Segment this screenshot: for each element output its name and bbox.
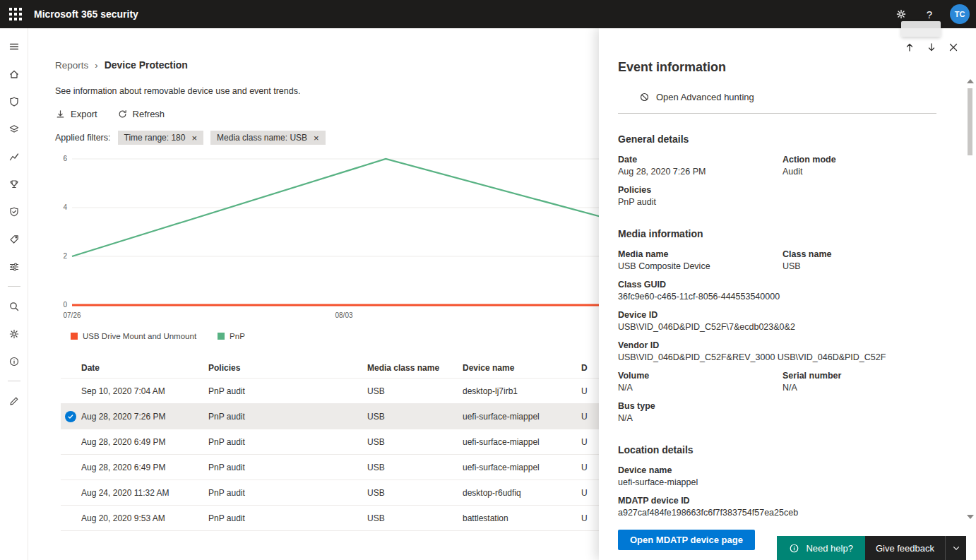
shield-icon — [8, 96, 20, 107]
rail-divider — [8, 381, 20, 381]
event-information-panel: Event information Open Advanced hunting … — [599, 28, 976, 560]
breadcrumb-reports-link[interactable]: Reports — [55, 60, 88, 71]
legend-item-usb[interactable]: USB Drive Mount and Unmount — [71, 332, 196, 340]
section-title-general: General details — [618, 133, 936, 145]
scrollbar-up-arrow[interactable] — [967, 79, 974, 83]
need-help-button[interactable]: Need help? — [777, 536, 865, 560]
selected-check-icon[interactable] — [65, 411, 76, 422]
sidebar-item-secure-score[interactable] — [0, 170, 28, 198]
sidebar-item-device-health[interactable] — [0, 198, 28, 225]
column-header-media-class[interactable]: Media class name — [367, 363, 463, 373]
waffle-menu-button[interactable] — [0, 0, 31, 28]
scrollbar-down-arrow[interactable] — [967, 515, 974, 519]
svg-text:4: 4 — [63, 203, 67, 211]
applied-filters-label: Applied filters: — [55, 133, 111, 143]
close-icon[interactable]: × — [314, 133, 319, 143]
close-icon[interactable]: × — [191, 133, 197, 143]
field-action-mode: Action mode Audit — [782, 155, 936, 177]
close-icon[interactable] — [948, 42, 959, 53]
cell-media-class: USB — [367, 437, 463, 447]
column-header-policies[interactable]: Policies — [208, 363, 367, 373]
svg-text:2: 2 — [63, 252, 67, 260]
column-header-device-name[interactable]: Device name — [463, 363, 581, 373]
refresh-label: Refresh — [133, 109, 165, 119]
panel-divider — [618, 113, 936, 114]
cell-date: Aug 28, 2020 6:49 PM — [81, 437, 208, 447]
export-button[interactable]: Export — [55, 109, 97, 119]
gear-icon — [895, 8, 907, 20]
field-class-guid: Class GUID 36fc9e60-c465-11cf-8056-44455… — [618, 280, 936, 302]
cell-policies: PnP audit — [208, 513, 367, 523]
sidebar-item-incidents[interactable] — [0, 115, 28, 143]
sidebar-item-security-operations[interactable] — [0, 88, 28, 115]
field-vendor-id: Vendor ID USB\VID_046D&PID_C52F&REV_3000… — [618, 340, 936, 362]
cell-device-name: uefi-surface-miappel — [463, 463, 581, 472]
chevron-down-icon — [951, 543, 961, 553]
cell-policies: PnP audit — [208, 437, 367, 447]
cell-policies: PnP audit — [208, 463, 367, 472]
panel-title: Event information — [618, 60, 726, 75]
page-title: Device Protection — [105, 59, 188, 71]
open-mdatp-device-page-button[interactable]: Open MDATP device page — [618, 530, 755, 550]
legend-item-pnp[interactable]: PnP — [218, 332, 245, 340]
field-mdatp-device-id: MDATP device ID a927caf484fe198663fc6f7f… — [618, 496, 936, 518]
app-top-bar: Microsoft 365 security ? TC — [0, 0, 976, 28]
sliders-icon — [8, 261, 20, 273]
cell-device-name: desktop-lj7irb1 — [463, 386, 581, 396]
legend-swatch-pnp — [218, 333, 225, 340]
section-title-media: Media information — [618, 228, 936, 239]
breadcrumb-separator: › — [95, 60, 97, 71]
field-device-id: Device ID USB\VID_046D&PID_C52F\7&ecdb02… — [618, 310, 936, 332]
sidebar-item-search[interactable] — [0, 292, 28, 320]
legend-label-pnp: PnP — [230, 332, 245, 340]
cell-date: Aug 28, 2020 6:49 PM — [81, 463, 208, 472]
cell-media-class: USB — [367, 386, 463, 396]
cell-policies: PnP audit — [208, 386, 367, 396]
svg-text:08/03: 08/03 — [335, 311, 352, 319]
cell-media-class: USB — [367, 513, 463, 523]
field-media-name: Media name USB Composite Device — [618, 249, 782, 271]
cell-policies: PnP audit — [208, 488, 367, 498]
filter-chip-label: Media class name: USB — [217, 133, 307, 143]
sidebar-item-home[interactable] — [0, 60, 28, 88]
panel-nav-controls — [904, 42, 959, 53]
arrow-up-icon[interactable] — [904, 42, 915, 53]
filter-chip-media-class[interactable]: Media class name: USB × — [210, 131, 326, 145]
panel-scrollbar[interactable] — [966, 79, 974, 519]
cell-date: Aug 20, 2020 9:53 AM — [81, 513, 208, 523]
shield-check-icon — [8, 206, 20, 218]
download-icon — [55, 109, 66, 119]
info-icon — [8, 356, 20, 367]
avatar[interactable]: TC — [950, 4, 970, 24]
cell-device-name: uefi-surface-miappel — [463, 412, 581, 422]
scrollbar-thumb[interactable] — [968, 88, 972, 155]
open-advanced-hunting-button[interactable]: Open Advanced hunting — [639, 92, 936, 102]
cell-date: Sep 10, 2020 7:04 AM — [81, 386, 208, 396]
hamburger-menu-button[interactable] — [0, 32, 28, 60]
sidebar-item-feedback-edit[interactable] — [0, 387, 28, 415]
sidebar-item-reports[interactable] — [0, 143, 28, 170]
field-class-name: Class name USB — [782, 249, 936, 271]
column-header-date[interactable]: Date — [81, 363, 208, 373]
pencil-icon — [8, 395, 20, 407]
cell-policies: PnP audit — [208, 412, 367, 422]
sidebar-item-labels[interactable] — [0, 225, 28, 253]
cell-date: Aug 28, 2020 7:26 PM — [81, 412, 208, 422]
field-serial-number: Serial number N/A — [782, 371, 936, 393]
sidebar-item-settings[interactable] — [0, 320, 28, 347]
arrow-down-icon[interactable] — [926, 42, 937, 53]
filter-chip-time-range[interactable]: Time range: 180 × — [118, 131, 204, 145]
location-details-section: Location details Device name uefi-surfac… — [618, 444, 936, 519]
filter-chip-label: Time range: 180 — [124, 133, 186, 143]
advanced-hunting-label: Open Advanced hunting — [656, 92, 754, 102]
cell-media-class: USB — [367, 488, 463, 498]
rail-divider — [8, 286, 20, 287]
give-feedback-button[interactable]: Give feedback — [865, 536, 945, 560]
refresh-button[interactable]: Refresh — [117, 109, 165, 119]
feedback-dropdown-button[interactable] — [945, 536, 966, 560]
sidebar-item-help[interactable] — [0, 347, 28, 375]
field-date: Date Aug 28, 2020 7:26 PM — [618, 155, 782, 177]
sidebar-item-configuration[interactable] — [0, 253, 28, 280]
circle-slash-icon — [639, 92, 650, 102]
export-label: Export — [71, 109, 97, 119]
